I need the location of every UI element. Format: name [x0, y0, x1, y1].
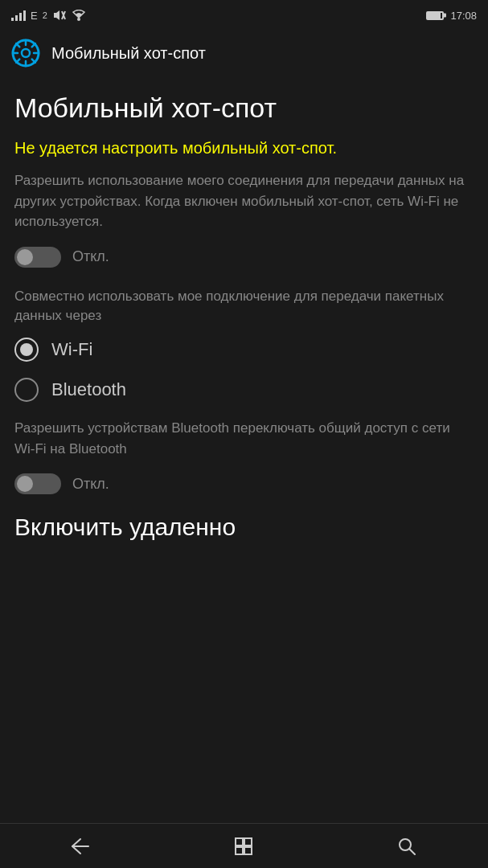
bluetooth-radio-option[interactable]: Bluetooth	[14, 378, 474, 402]
hotspot-toggle-row: Откл.	[14, 247, 474, 268]
error-message: Не удается настроить мобильный хот-спот.	[14, 139, 474, 158]
main-description: Разрешить использование моего соединения…	[14, 170, 474, 232]
wifi-radio-button[interactable]	[14, 338, 39, 362]
search-icon	[397, 837, 416, 856]
svg-point-4	[22, 49, 30, 57]
bottom-nav	[0, 823, 488, 868]
svg-line-19	[409, 849, 415, 854]
mute-icon	[52, 10, 67, 21]
svg-point-2	[77, 18, 80, 21]
svg-line-11	[32, 43, 35, 47]
svg-rect-16	[236, 847, 243, 854]
search-button[interactable]	[383, 824, 431, 869]
back-icon	[71, 837, 92, 855]
svg-rect-14	[236, 838, 243, 845]
toggle-knob	[17, 249, 33, 265]
back-button[interactable]	[57, 824, 105, 869]
bluetooth-section: Разрешить устройствам Bluetooth переключ…	[14, 418, 474, 494]
app-bar: Мобильный хот-спот	[0, 29, 488, 77]
svg-line-12	[16, 59, 19, 63]
page-title: Мобильный хот-спот	[14, 93, 474, 123]
main-content: Мобильный хот-спот Не удается настроить …	[0, 77, 488, 823]
status-bar: E 2 17:08	[0, 0, 488, 29]
network-extra: 2	[43, 10, 47, 20]
time-display: 17:08	[450, 10, 477, 22]
status-right: 17:08	[426, 10, 477, 22]
bluetooth-toggle-row: Откл.	[14, 473, 474, 494]
remote-section-title: Включить удаленно	[14, 514, 474, 541]
bluetooth-toggle[interactable]	[14, 473, 61, 494]
hotspot-toggle[interactable]	[14, 247, 61, 268]
home-button[interactable]	[219, 824, 268, 869]
bluetooth-toggle-knob	[17, 476, 33, 492]
svg-rect-17	[244, 847, 252, 854]
network-type: E	[31, 10, 38, 22]
status-left: E 2	[11, 10, 86, 22]
home-icon	[234, 837, 253, 856]
wifi-icon	[72, 10, 86, 21]
battery-icon	[426, 11, 444, 20]
bluetooth-radio-label: Bluetooth	[51, 379, 126, 400]
svg-line-9	[16, 43, 19, 47]
toggle-off-label-2: Откл.	[72, 476, 109, 493]
svg-rect-15	[244, 838, 252, 845]
bluetooth-radio-button[interactable]	[14, 378, 39, 402]
app-bar-title: Мобильный хот-спот	[51, 44, 206, 63]
share-section-label: Совместно использовать мое подключение д…	[14, 287, 474, 326]
toggle-off-label-1: Откл.	[72, 248, 109, 265]
wifi-radio-option[interactable]: Wi-Fi	[14, 338, 474, 362]
bluetooth-description: Разрешить устройствам Bluetooth переключ…	[14, 418, 474, 459]
wifi-radio-label: Wi-Fi	[51, 339, 92, 360]
svg-line-10	[32, 59, 35, 63]
signal-icon	[11, 10, 26, 21]
settings-gear-icon	[11, 39, 40, 68]
